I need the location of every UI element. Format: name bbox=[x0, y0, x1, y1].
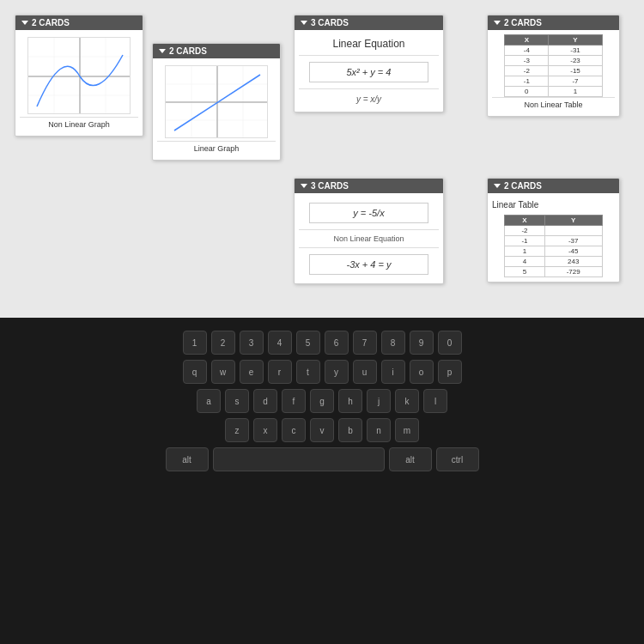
table4-header-x: X bbox=[505, 35, 549, 46]
card4-header-label: 2 CARDS bbox=[504, 18, 542, 27]
key-9[interactable]: 9 bbox=[410, 331, 434, 355]
card-nonlinear-table[interactable]: 2 CARDS X Y -4-31 -3-23 -2-15 -1-7 bbox=[487, 15, 620, 117]
key-j[interactable]: j bbox=[367, 389, 391, 413]
card1-body: Non Linear Graph bbox=[15, 30, 143, 136]
cards-container: 2 CARDS bbox=[10, 10, 634, 302]
table6-header-x: X bbox=[505, 216, 544, 226]
card5-divider2 bbox=[299, 247, 439, 248]
card3-header: 3 CARDS bbox=[295, 15, 443, 30]
card6-label: Linear Table bbox=[492, 197, 615, 212]
screen-area: 2 CARDS bbox=[0, 0, 644, 318]
table-row: -1-37 bbox=[505, 236, 602, 246]
key-t[interactable]: t bbox=[296, 360, 320, 384]
key-k[interactable]: k bbox=[395, 389, 419, 413]
key-3[interactable]: 3 bbox=[240, 331, 264, 355]
key-6[interactable]: 6 bbox=[325, 331, 349, 355]
collapse-icon bbox=[21, 21, 28, 25]
table-row: -4-31 bbox=[505, 46, 602, 56]
card2-graph bbox=[157, 63, 276, 141]
card3-eq1: 5x² + y = 4 bbox=[309, 62, 428, 82]
collapse-icon bbox=[301, 184, 307, 188]
key-g[interactable]: g bbox=[310, 389, 334, 413]
key-l[interactable]: l bbox=[423, 389, 447, 413]
table-row: -2-15 bbox=[505, 66, 602, 76]
card6-body: Linear Table X Y -2 -1-37 1-45 4243 5-72… bbox=[488, 193, 619, 282]
key-e[interactable]: e bbox=[240, 360, 264, 384]
card5-header-label: 3 CARDS bbox=[311, 181, 349, 191]
key-u[interactable]: u bbox=[353, 360, 377, 384]
card2-body: Linear Graph bbox=[153, 58, 280, 160]
card-linear-table[interactable]: 2 CARDS Linear Table X Y -2 -1-37 1-45 bbox=[487, 178, 620, 283]
card6-header-label: 2 CARDS bbox=[504, 181, 542, 191]
key-2[interactable]: 2 bbox=[211, 331, 235, 355]
card1-label: Non Linear Graph bbox=[20, 117, 138, 131]
key-b[interactable]: b bbox=[338, 418, 362, 442]
linear-table: X Y -2 -1-37 1-45 4243 5-729 bbox=[504, 215, 602, 277]
key-x[interactable]: x bbox=[253, 418, 277, 442]
key-m[interactable]: m bbox=[395, 418, 419, 442]
key-w[interactable]: w bbox=[211, 360, 235, 384]
key-i[interactable]: i bbox=[381, 360, 405, 384]
card5-eq1: y = -5/x bbox=[309, 203, 428, 223]
key-s[interactable]: s bbox=[225, 389, 249, 413]
table-row: 4243 bbox=[505, 257, 602, 267]
keyboard-area: 1 2 3 4 5 6 7 8 9 0 q w e r t y u i o p … bbox=[0, 318, 644, 644]
table4-header-y: Y bbox=[549, 35, 602, 46]
key-p[interactable]: p bbox=[438, 360, 462, 384]
card-nonlinear-graph[interactable]: 2 CARDS bbox=[15, 15, 143, 137]
card3-body: Linear Equation 5x² + y = 4 y = x/y bbox=[295, 30, 443, 112]
card1-title: 2 CARDS bbox=[32, 18, 70, 27]
key-v[interactable]: v bbox=[310, 418, 334, 442]
key-7[interactable]: 7 bbox=[353, 331, 377, 355]
key-o[interactable]: o bbox=[410, 360, 434, 384]
key-a[interactable]: a bbox=[197, 389, 221, 413]
card3-divider1 bbox=[299, 55, 439, 56]
key-1[interactable]: 1 bbox=[183, 331, 207, 355]
linear-graph-svg bbox=[165, 65, 268, 138]
key-4[interactable]: 4 bbox=[268, 331, 292, 355]
nonlinear-graph-svg bbox=[27, 37, 131, 114]
key-spacebar[interactable] bbox=[213, 447, 385, 471]
key-d[interactable]: d bbox=[253, 389, 277, 413]
table-row: -1-7 bbox=[505, 76, 602, 87]
table-row: -3-23 bbox=[505, 56, 602, 66]
key-alt-right[interactable]: alt bbox=[389, 447, 432, 471]
key-r[interactable]: r bbox=[268, 360, 292, 384]
key-n[interactable]: n bbox=[367, 418, 391, 442]
table-row: -2 bbox=[505, 226, 602, 236]
card1-graph bbox=[20, 34, 138, 117]
key-8[interactable]: 8 bbox=[381, 331, 405, 355]
card5-eq2: -3x + 4 = y bbox=[309, 254, 428, 275]
card4-body: X Y -4-31 -3-23 -2-15 -1-7 01 Non Linear… bbox=[488, 30, 619, 116]
key-q[interactable]: q bbox=[183, 360, 207, 384]
card-linear-equation[interactable]: 3 CARDS Linear Equation 5x² + y = 4 y = … bbox=[294, 15, 444, 112]
card2-title: 2 CARDS bbox=[169, 46, 207, 56]
card3-title: Linear Equation bbox=[332, 34, 404, 53]
key-0[interactable]: 0 bbox=[438, 331, 462, 355]
key-c[interactable]: c bbox=[282, 418, 306, 442]
card5-label: Non Linear Equation bbox=[333, 232, 404, 246]
card4-label: Non Linear Table bbox=[492, 97, 615, 112]
collapse-icon bbox=[301, 21, 307, 25]
key-h[interactable]: h bbox=[338, 389, 362, 413]
key-ctrl[interactable]: ctrl bbox=[436, 447, 479, 471]
card3-divider2 bbox=[299, 88, 439, 89]
card5-body: y = -5/x Non Linear Equation -3x + 4 = y bbox=[295, 193, 443, 283]
collapse-icon bbox=[159, 49, 166, 53]
keyboard-row-numbers: 1 2 3 4 5 6 7 8 9 0 bbox=[183, 331, 462, 355]
key-alt-left[interactable]: alt bbox=[166, 447, 209, 471]
key-5[interactable]: 5 bbox=[296, 331, 320, 355]
table-row: 01 bbox=[505, 87, 602, 97]
collapse-icon bbox=[494, 184, 501, 188]
card-linear-graph[interactable]: 2 CARDS bbox=[152, 43, 281, 161]
card-nonlinear-equation[interactable]: 3 CARDS y = -5/x Non Linear Equation -3x… bbox=[294, 178, 444, 284]
keyboard-row-zxcv: z x c v b n m bbox=[225, 418, 419, 442]
card2-label: Linear Graph bbox=[157, 141, 276, 155]
card5-header: 3 CARDS bbox=[295, 179, 443, 193]
key-y[interactable]: y bbox=[325, 360, 349, 384]
nonlinear-table: X Y -4-31 -3-23 -2-15 -1-7 01 bbox=[504, 34, 602, 97]
key-z[interactable]: z bbox=[225, 418, 249, 442]
table-row: 5-729 bbox=[505, 267, 602, 277]
key-f[interactable]: f bbox=[282, 389, 306, 413]
card3-header-label: 3 CARDS bbox=[311, 18, 349, 27]
